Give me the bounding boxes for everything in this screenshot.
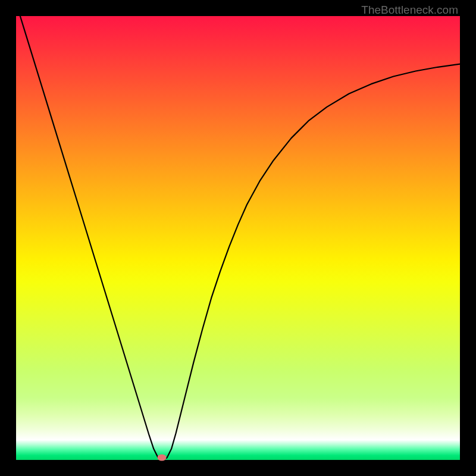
chart-background-gradient <box>16 16 460 460</box>
watermark-text: TheBottleneck.com <box>361 4 458 17</box>
